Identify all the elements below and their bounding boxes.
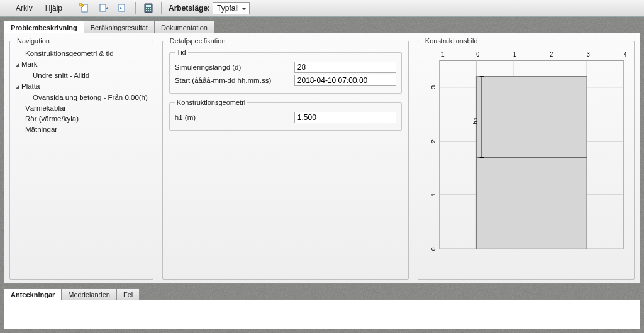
workmode-label: Arbetsläge: (169, 4, 210, 13)
tab-berakningsresultat[interactable]: Beräkningsresultat (84, 21, 155, 33)
workmode-select[interactable]: Typfall (213, 2, 250, 14)
svg-point-1 (79, 3, 82, 6)
tab-anteckningar[interactable]: Anteckningar (4, 288, 62, 300)
svg-rect-3 (119, 4, 125, 11)
svg-rect-11 (150, 10, 151, 11)
svg-rect-2 (100, 4, 106, 11)
menubar: Arkiv Hjälp Arbetsläge: Typfall (0, 0, 644, 17)
tree-mark[interactable]: ◢Mark (15, 59, 148, 70)
tree-platta[interactable]: ◢Platta (15, 81, 148, 92)
viz-panel: Konstruktionsbild (418, 37, 635, 280)
navigation-tree: Konstruktionsgeometri & tid ◢Mark Undre … (15, 48, 148, 135)
tid-group: Tid Simuleringslängd (d) Start (åååå-mm-… (169, 48, 402, 94)
svg-rect-9 (146, 10, 147, 11)
expander-icon[interactable]: ◢ (15, 82, 21, 92)
svg-rect-6 (146, 8, 147, 9)
svg-rect-8 (150, 8, 151, 9)
simlen-label: Simuleringslängd (d) (175, 63, 294, 71)
h1-label: h1 (m) (175, 114, 294, 121)
svg-rect-5 (146, 5, 151, 7)
start-label: Start (åååå-mm-dd hh.mm.ss) (175, 77, 294, 84)
detail-legend: Detaljspecifikation (168, 37, 228, 45)
geo-legend: Konstruktionsgeometri (175, 99, 247, 106)
tab-problembeskrivning[interactable]: Problembeskrivning (4, 21, 84, 33)
main-area: Navigation Konstruktionsgeometri & tid ◢… (4, 33, 640, 284)
new-file-icon[interactable] (77, 1, 93, 15)
svg-rect-7 (148, 8, 149, 9)
x-tick: 4 (623, 50, 626, 58)
tree-matningar[interactable]: Mätningar (15, 124, 148, 135)
simlen-input[interactable] (294, 62, 396, 73)
svg-rect-10 (148, 10, 149, 11)
tid-legend: Tid (175, 48, 188, 56)
menu-arkiv[interactable]: Arkiv (11, 3, 38, 14)
separator (72, 2, 72, 14)
tab-meddelanden[interactable]: Meddelanden (61, 288, 117, 300)
h1-bracket-label: h1 (472, 117, 479, 124)
x-tick: 2 (550, 50, 553, 58)
calculator-icon[interactable] (140, 1, 157, 15)
tree-konstruktionsgeometri[interactable]: Konstruktionsgeometri & tid (15, 48, 148, 59)
navigation-legend: Navigation (15, 37, 52, 45)
tab-dokumentation[interactable]: Dokumentation (154, 21, 214, 33)
open-file-icon[interactable] (96, 1, 112, 15)
start-input[interactable] (294, 75, 396, 86)
h1-input[interactable] (294, 112, 396, 123)
menu-hjalp[interactable]: Hjälp (40, 3, 67, 14)
save-file-icon[interactable] (114, 1, 131, 15)
main-tabs: Problembeskrivning Beräkningsresultat Do… (4, 20, 644, 33)
bottom-tabs: Anteckningar Meddelanden Fel (4, 288, 640, 299)
x-tick: -1 (440, 50, 445, 58)
geo-group: Konstruktionsgeometri h1 (m) (169, 99, 402, 131)
tree-platta-child[interactable]: Ovansida ung betong - Från 0,00(h) (15, 92, 148, 103)
tree-mark-child[interactable]: Undre snitt - Alltid (15, 70, 148, 81)
tree-platta-label: Platta (21, 82, 40, 90)
y-tick: 0 (430, 247, 436, 251)
separator (161, 2, 162, 14)
construction-view[interactable]: h1 -1 0 1 2 3 4 0 1 2 3 (423, 48, 629, 256)
separator (135, 2, 136, 14)
y-tick: 3 (430, 85, 436, 89)
tab-fel[interactable]: Fel (116, 288, 140, 300)
bottom-section: Anteckningar Meddelanden Fel (4, 288, 640, 329)
toolbar-grip (4, 3, 7, 14)
y-tick: 1 (430, 193, 436, 197)
row-start: Start (åååå-mm-dd hh.mm.ss) (175, 75, 396, 86)
svg-rect-23 (476, 77, 587, 249)
tree-mark-label: Mark (21, 60, 38, 68)
row-simlen: Simuleringslängd (d) (175, 62, 396, 73)
x-tick: 3 (587, 50, 590, 58)
detail-panel: Detaljspecifikation Tid Simuleringslängd… (162, 37, 409, 280)
tree-ror[interactable]: Rör (värme/kyla) (15, 114, 148, 124)
y-tick: 2 (430, 139, 436, 143)
navigation-panel: Navigation Konstruktionsgeometri & tid ◢… (9, 37, 153, 280)
viz-legend: Konstruktionsbild (423, 37, 480, 45)
x-tick: 0 (476, 50, 479, 58)
notes-pane[interactable] (4, 299, 640, 329)
row-h1: h1 (m) (175, 112, 396, 123)
tree-varmekablar[interactable]: Värmekablar (15, 103, 148, 114)
expander-icon[interactable]: ◢ (15, 60, 21, 70)
x-tick: 1 (513, 50, 516, 58)
